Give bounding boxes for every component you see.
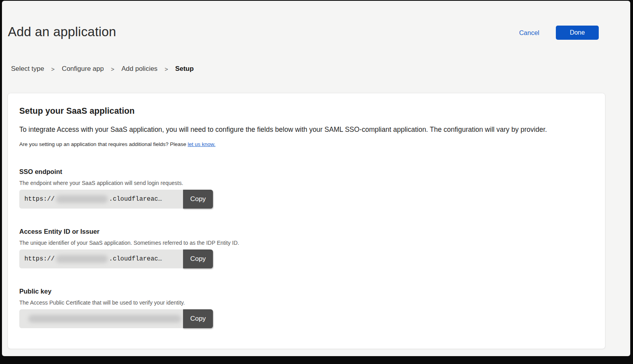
copy-sso-endpoint-button[interactable]: Copy bbox=[183, 190, 213, 209]
value-suffix: .cloudflareac… bbox=[109, 196, 162, 203]
sso-endpoint-value: https:// .cloudflareac… bbox=[19, 190, 183, 209]
done-button[interactable]: Done bbox=[556, 26, 599, 40]
field-label: Access Entity ID or Issuer bbox=[19, 228, 594, 235]
public-key-value bbox=[19, 309, 183, 328]
copy-public-key-button[interactable]: Copy bbox=[183, 309, 213, 328]
value-suffix: .cloudflareac… bbox=[109, 255, 162, 262]
breadcrumb: Select type > Configure app > Add polici… bbox=[11, 65, 630, 73]
card-title: Setup your SaaS application bbox=[19, 106, 594, 116]
field-sso-endpoint: SSO endpoint The endpoint where your Saa… bbox=[19, 168, 594, 209]
copy-access-entity-id-button[interactable]: Copy bbox=[183, 249, 213, 268]
value-prefix: https:// bbox=[24, 255, 55, 262]
breadcrumb-step-setup: Setup bbox=[175, 65, 194, 73]
access-entity-id-value: https:// .cloudflareac… bbox=[19, 249, 183, 268]
card-note: Are you setting up an application that r… bbox=[19, 141, 594, 147]
field-label: SSO endpoint bbox=[19, 168, 594, 176]
breadcrumb-step-select-type[interactable]: Select type bbox=[11, 65, 44, 73]
page-header: Add an application Cancel Done bbox=[2, 1, 630, 40]
redacted-value-blur bbox=[56, 255, 108, 263]
page-title: Add an application bbox=[8, 24, 116, 40]
let-us-know-link[interactable]: let us know. bbox=[188, 141, 216, 147]
value-prefix: https:// bbox=[24, 196, 55, 203]
add-application-page: Add an application Cancel Done Select ty… bbox=[2, 1, 630, 356]
breadcrumb-step-configure-app[interactable]: Configure app bbox=[62, 65, 104, 73]
access-entity-id-value-row: https:// .cloudflareac… Copy bbox=[19, 249, 213, 268]
card-note-text: Are you setting up an application that r… bbox=[19, 141, 188, 147]
field-description: The endpoint where your SaaS application… bbox=[19, 180, 594, 186]
card-intro-text: To integrate Access with your SaaS appli… bbox=[19, 125, 594, 134]
breadcrumb-separator: > bbox=[51, 66, 55, 72]
redacted-value-blur bbox=[56, 195, 108, 203]
header-actions: Cancel Done bbox=[519, 26, 599, 40]
field-description: The unique identifier of your SaaS appli… bbox=[19, 240, 594, 246]
field-label: Public key bbox=[19, 288, 594, 295]
public-key-value-row: Copy bbox=[19, 309, 213, 328]
setup-card: Setup your SaaS application To integrate… bbox=[7, 93, 605, 349]
breadcrumb-separator: > bbox=[165, 66, 168, 72]
field-public-key: Public key The Access Public Certificate… bbox=[19, 288, 594, 328]
breadcrumb-step-add-policies[interactable]: Add policies bbox=[121, 65, 157, 73]
field-access-entity-id: Access Entity ID or Issuer The unique id… bbox=[19, 228, 594, 268]
field-description: The Access Public Certificate that will … bbox=[19, 299, 594, 306]
sso-endpoint-value-row: https:// .cloudflareac… Copy bbox=[19, 190, 213, 209]
breadcrumb-separator: > bbox=[111, 66, 115, 72]
cancel-button[interactable]: Cancel bbox=[519, 29, 539, 37]
redacted-value-blur bbox=[28, 315, 181, 323]
